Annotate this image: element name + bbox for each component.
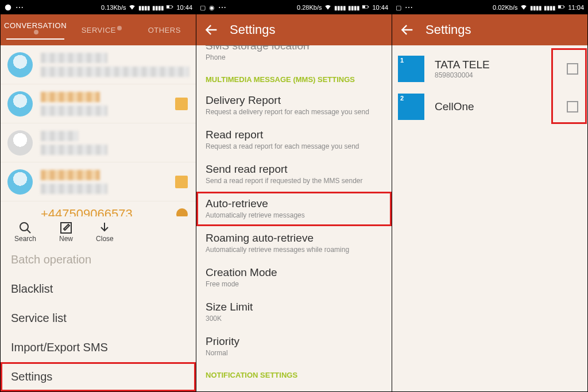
conversation-item[interactable] bbox=[1, 84, 196, 123]
action-label: New bbox=[59, 235, 73, 243]
menu-batch-operation[interactable]: Batch operation bbox=[1, 245, 196, 274]
close-button[interactable]: Close bbox=[96, 221, 114, 243]
settings-header: Settings bbox=[196, 14, 392, 45]
svg-rect-10 bbox=[559, 6, 562, 9]
screen-conversations: ⋯ 0.13Kb/s ▮▮▮▮ ▮▮▮▮ 10:44 CONVERSATION … bbox=[0, 0, 196, 392]
screen-settings-list: ▢ ◉ ⋯ 0.28Kb/s ▮▮▮▮ ▮▮▮▮ 10:44 Settings … bbox=[196, 0, 392, 392]
settings-scroll[interactable]: SMS storage location Phone MULTIMEDIA ME… bbox=[196, 45, 392, 391]
menu-settings[interactable]: Settings bbox=[1, 362, 196, 391]
sim-name: TATA TELE bbox=[435, 59, 567, 71]
sim-slot-badge: 1 bbox=[398, 56, 424, 82]
network-speed: 0.28Kb/s bbox=[297, 4, 322, 11]
image-notif-icon: ▢ bbox=[396, 4, 401, 11]
setting-subtitle: Automatically retrieve messages bbox=[206, 211, 382, 219]
signal-icon: ▮▮▮▮ bbox=[138, 5, 150, 11]
clock: 11:04 bbox=[568, 4, 584, 11]
battery-icon bbox=[362, 3, 370, 12]
avatar-icon bbox=[7, 91, 33, 117]
setting-subtitle: Normal bbox=[206, 349, 382, 357]
clock: 10:44 bbox=[372, 4, 388, 11]
status-bar: ▢ ◉ ⋯ 0.28Kb/s ▮▮▮▮ ▮▮▮▮ 10:44 bbox=[196, 1, 392, 14]
tab-conversation[interactable]: CONVERSATION bbox=[1, 21, 70, 38]
sim-list: 1 TATA TELE 8598030004 2 CellOne bbox=[392, 45, 587, 391]
setting-roaming-auto-retrieve[interactable]: Roaming auto-retrieve Automatically retr… bbox=[196, 226, 392, 261]
setting-title: Read report bbox=[206, 129, 382, 141]
menu-import-export[interactable]: Import/Export SMS bbox=[1, 333, 196, 362]
settings-header: Settings bbox=[392, 14, 587, 45]
setting-title: Auto-retrieve bbox=[206, 197, 382, 210]
sim-slot-badge: 2 bbox=[398, 94, 424, 120]
wifi-icon bbox=[520, 3, 528, 12]
setting-title: SMS storage location bbox=[206, 45, 382, 52]
setting-subtitle: Free mode bbox=[206, 280, 382, 288]
location-notif-icon: ◉ bbox=[209, 4, 215, 11]
setting-subtitle: Request a read report for each message y… bbox=[206, 142, 382, 150]
svg-point-0 bbox=[5, 5, 11, 11]
setting-title: Creation Mode bbox=[206, 266, 382, 279]
highlight-box bbox=[553, 50, 585, 122]
svg-rect-2 bbox=[167, 6, 170, 9]
conversation-item[interactable] bbox=[1, 45, 196, 84]
new-button[interactable]: New bbox=[59, 221, 73, 243]
app-icon bbox=[4, 3, 12, 11]
section-mms: MULTIMEDIA MESSAGE (MMS) SETTINGS bbox=[196, 68, 392, 88]
clock: 10:44 bbox=[176, 4, 192, 11]
setting-subtitle: Automatically retrieve messages while ro… bbox=[206, 246, 382, 254]
setting-read-report[interactable]: Read report Request a read report for ea… bbox=[196, 123, 392, 157]
setting-priority[interactable]: Priority Normal bbox=[196, 329, 392, 364]
action-bar: Search New Close bbox=[1, 216, 196, 245]
status-bar: ▢ ⋯ 0.02Kb/s ▮▮▮▮ ▮▮▮▮ 11:04 bbox=[392, 1, 587, 14]
setting-send-read-report[interactable]: Send read report Send a read report if r… bbox=[196, 157, 392, 192]
svg-rect-11 bbox=[564, 6, 565, 7]
menu-blacklist[interactable]: Blacklist bbox=[1, 274, 196, 304]
signal-icon-2: ▮▮▮▮ bbox=[348, 5, 359, 11]
wifi-icon bbox=[324, 3, 332, 12]
setting-storage[interactable]: SMS storage location Phone bbox=[196, 45, 392, 68]
conversation-item[interactable] bbox=[1, 162, 196, 201]
tab-bar: CONVERSATION SERVICE OTHERS bbox=[1, 14, 196, 45]
signal-icon-2: ▮▮▮▮ bbox=[152, 5, 164, 11]
setting-subtitle: Send a read report if requested by the M… bbox=[206, 177, 382, 185]
back-arrow-icon[interactable] bbox=[399, 22, 415, 38]
avatar-icon bbox=[7, 52, 33, 77]
svg-point-4 bbox=[20, 223, 28, 231]
wifi-icon bbox=[128, 3, 136, 12]
more-dots-icon: ⋯ bbox=[218, 3, 226, 12]
page-title: Settings bbox=[230, 22, 276, 37]
setting-creation-mode[interactable]: Creation Mode Free mode bbox=[196, 261, 392, 295]
sim-number: 8598030004 bbox=[435, 71, 567, 79]
avatar-icon bbox=[7, 169, 33, 195]
setting-title: Send read report bbox=[206, 163, 382, 176]
setting-size-limit[interactable]: Size Limit 300K bbox=[196, 295, 392, 329]
tab-others[interactable]: OTHERS bbox=[133, 26, 196, 34]
network-speed: 0.02Kb/s bbox=[493, 4, 517, 11]
signal-icon: ▮▮▮▮ bbox=[334, 5, 346, 11]
setting-title: Priority bbox=[206, 335, 382, 348]
unread-count-badge bbox=[176, 208, 188, 217]
chevron-down-icon bbox=[98, 221, 111, 235]
setting-title: Roaming auto-retrieve bbox=[206, 232, 382, 244]
overflow-menu: Batch operation Blacklist Service list I… bbox=[1, 245, 196, 391]
setting-subtitle: Request a delivery report for each messa… bbox=[206, 108, 382, 116]
battery-icon bbox=[166, 3, 174, 12]
svg-rect-7 bbox=[363, 6, 366, 9]
back-arrow-icon[interactable] bbox=[203, 22, 219, 38]
search-button[interactable]: Search bbox=[14, 221, 36, 243]
setting-auto-retrieve[interactable]: Auto-retrieve Automatically retrieve mes… bbox=[196, 192, 392, 226]
menu-service-list[interactable]: Service list bbox=[1, 304, 196, 333]
svg-rect-3 bbox=[173, 6, 173, 7]
conversation-list: +447509066573 bbox=[1, 45, 196, 216]
signal-icon-2: ▮▮▮▮ bbox=[544, 5, 555, 11]
setting-subtitle: Phone bbox=[206, 53, 382, 61]
image-notif-icon: ▢ bbox=[200, 4, 206, 11]
page-title: Settings bbox=[425, 22, 471, 37]
search-icon bbox=[18, 221, 32, 235]
setting-delivery-report[interactable]: Delivery Report Request a delivery repor… bbox=[196, 88, 392, 123]
sim-name: CellOne bbox=[435, 100, 567, 113]
tab-service[interactable]: SERVICE bbox=[70, 26, 133, 34]
conversation-item[interactable] bbox=[1, 123, 196, 162]
section-notifications: NOTIFICATION SETTINGS bbox=[196, 364, 392, 384]
action-label: Close bbox=[96, 235, 114, 243]
status-bar: ⋯ 0.13Kb/s ▮▮▮▮ ▮▮▮▮ 10:44 bbox=[1, 1, 196, 14]
conversation-item[interactable]: +447509066573 bbox=[1, 201, 196, 216]
